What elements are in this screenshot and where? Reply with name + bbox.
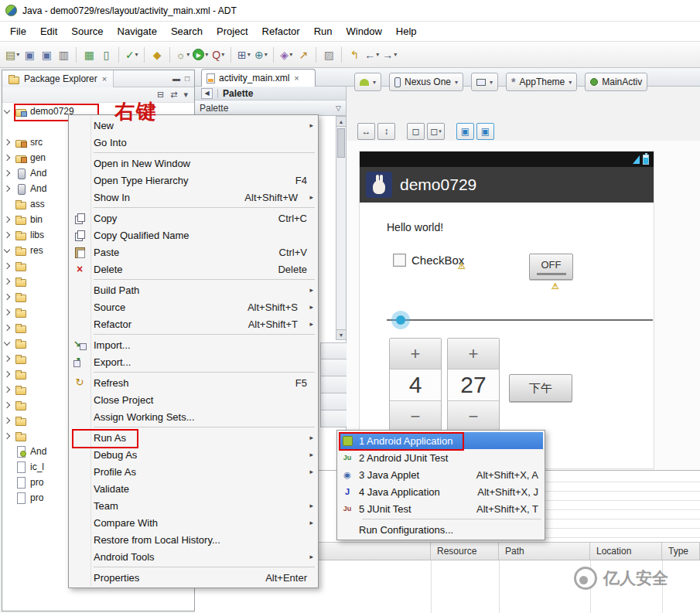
- minimize-icon[interactable]: ▬: [172, 74, 180, 83]
- column-header[interactable]: Resource: [431, 543, 499, 560]
- menu-item-close-project[interactable]: Close Project ▸: [70, 391, 316, 408]
- submenu-item-java-applet[interactable]: 3 Java Applet Alt+Shift+X, A: [339, 466, 543, 483]
- tree-chevron-icon[interactable]: [2, 403, 12, 407]
- checkbox-label[interactable]: CheckBox: [411, 254, 464, 267]
- tab-activity-main-xml[interactable]: activity_main.xml ×: [201, 69, 316, 87]
- close-icon[interactable]: ×: [101, 74, 108, 83]
- tree-chevron-icon[interactable]: [2, 342, 12, 345]
- menu-bar-item[interactable]: Help: [389, 22, 424, 40]
- activity-dropdown[interactable]: MainActiv: [585, 73, 647, 91]
- tree-chevron-icon[interactable]: [2, 186, 12, 191]
- tree-chevron-icon[interactable]: [2, 279, 12, 284]
- menu-item-open-type-hierarchy[interactable]: Open Type Hierarchy F4 ▸: [70, 172, 316, 189]
- forward-button[interactable]: → ▾: [381, 46, 398, 64]
- maximize-icon[interactable]: □: [185, 74, 190, 83]
- seekbar-thumb[interactable]: [391, 311, 410, 329]
- menu-item-restore-from-local-history[interactable]: Restore from Local History... ▸: [70, 531, 316, 548]
- checkbox-widget[interactable]: [393, 254, 406, 267]
- column-header[interactable]: Path: [499, 543, 590, 560]
- open-perspective-button[interactable]: ⊕ ▾: [252, 46, 269, 64]
- tree-chevron-icon[interactable]: [2, 356, 12, 361]
- tree-chevron-icon[interactable]: [2, 155, 12, 160]
- tree-chevron-icon[interactable]: [2, 295, 12, 299]
- menu-item-refresh[interactable]: Refresh F5 ▸: [70, 374, 316, 391]
- tree-chevron-icon[interactable]: [2, 233, 12, 237]
- menu-item-source[interactable]: Source Alt+Shift+S ▸: [70, 298, 316, 315]
- menu-bar-item[interactable]: Refactor: [255, 22, 307, 40]
- save-all-button[interactable]: ▣ ▾: [38, 46, 55, 64]
- tree-chevron-icon[interactable]: [2, 434, 12, 438]
- menu-item-copy[interactable]: Copy Ctrl+C ▸: [70, 209, 316, 226]
- menu-item-run-as[interactable]: Run As ▸: [70, 429, 316, 446]
- menu-item-paste[interactable]: Paste Ctrl+V ▸: [70, 243, 316, 261]
- view-menu-icon[interactable]: ▾: [183, 90, 188, 100]
- open-type-button[interactable]: ◈ ▾: [278, 46, 295, 64]
- run-button[interactable]: ▶ ▾: [191, 46, 210, 64]
- tree-chevron-icon[interactable]: [2, 387, 12, 392]
- picker-increment-button[interactable]: +: [390, 339, 441, 370]
- format-button[interactable]: ↗ ▾: [295, 46, 312, 64]
- verify-button[interactable]: ✓ ▾: [123, 46, 140, 64]
- submenu-item-android-application[interactable]: 1 Android Application: [339, 432, 543, 449]
- menu-item-import[interactable]: Import... ▸: [70, 336, 316, 353]
- picker-increment-button[interactable]: +: [448, 339, 499, 370]
- menu-item-team[interactable]: Team ▸: [70, 497, 316, 514]
- grid-toggle-button[interactable]: ◻ ▾: [407, 123, 425, 140]
- menu-bar-item[interactable]: Project: [210, 22, 254, 40]
- scroll-up-icon[interactable]: ▲: [336, 117, 346, 127]
- textview-hello-world[interactable]: Hello world!: [387, 221, 443, 233]
- ampm-button[interactable]: 下午: [509, 374, 572, 402]
- menu-item-copy-qualified-name[interactable]: Copy Qualified Name ▸: [70, 226, 316, 243]
- print-button[interactable]: ▥ ▾: [55, 46, 72, 64]
- picker-value[interactable]: 4: [390, 370, 441, 400]
- menu-item-debug-as[interactable]: Debug As ▸: [70, 446, 316, 463]
- new-java-project-button[interactable]: ⊞ ▾: [235, 46, 252, 64]
- zoom-fit-button[interactable]: ▣ ▾: [456, 123, 474, 140]
- save-button[interactable]: ▣ ▾: [21, 46, 38, 64]
- toggle-fill-height-button[interactable]: ↕ ▾: [377, 123, 395, 140]
- tree-chevron-icon[interactable]: [2, 310, 12, 315]
- column-header[interactable]: Type: [662, 543, 700, 560]
- collapse-palette-icon[interactable]: ◀: [201, 88, 213, 99]
- avd-manager-button[interactable]: ▯ ▾: [97, 46, 114, 64]
- tree-chevron-icon[interactable]: [2, 249, 12, 252]
- menu-item-go-into[interactable]: Go Into ▸: [70, 134, 316, 151]
- menu-item-build-path[interactable]: Build Path ▸: [70, 281, 316, 298]
- device-dropdown[interactable]: Nexus One ▾: [389, 73, 463, 91]
- tree-chevron-icon[interactable]: [2, 171, 12, 175]
- menu-bar-item[interactable]: Window: [340, 22, 389, 40]
- menu-item-compare-with[interactable]: Compare With ▸: [70, 514, 316, 531]
- tree-chevron-icon[interactable]: [2, 264, 12, 268]
- menu-item-delete[interactable]: Delete Delete ▸: [70, 261, 316, 278]
- menu-item-properties[interactable]: Properties Alt+Enter ▸: [70, 569, 316, 586]
- drawer-expand-icon[interactable]: ▽: [336, 104, 341, 112]
- external-tools-button[interactable]: Q ▾: [210, 46, 227, 64]
- menu-item-validate[interactable]: Validate ▸: [70, 480, 316, 497]
- menu-bar-item[interactable]: Navigate: [111, 22, 164, 40]
- menu-item-assign-working-sets[interactable]: Assign Working Sets... ▸: [70, 408, 316, 425]
- menu-item-show-in[interactable]: Show In Alt+Shift+W ▸: [70, 189, 316, 206]
- config-dropdown[interactable]: ▾: [354, 73, 381, 91]
- menu-bar-item[interactable]: Search: [164, 22, 210, 40]
- picker-decrement-button[interactable]: −: [390, 400, 441, 431]
- toggle-button-off[interactable]: OFF: [529, 254, 573, 280]
- submenu-item-android-junit-test[interactable]: 2 Android JUnit Test: [339, 449, 543, 466]
- tree-chevron-icon[interactable]: [2, 372, 12, 376]
- palette-drawer-header[interactable]: Palette ▽: [195, 100, 347, 116]
- tree-chevron-icon[interactable]: [2, 140, 12, 145]
- tree-chevron-icon[interactable]: [2, 325, 12, 330]
- scrollbar-thumb[interactable]: [337, 128, 345, 158]
- menu-bar-item[interactable]: File: [3, 22, 33, 40]
- menu-item-open-in-new-window[interactable]: Open in New Window ▸: [70, 155, 316, 172]
- back-button[interactable]: ← ▾: [363, 46, 381, 64]
- toggle-fill-width-button[interactable]: ↔ ▾: [357, 123, 375, 140]
- tree-chevron-icon[interactable]: [2, 217, 12, 222]
- menu-bar-item[interactable]: Edit: [33, 22, 64, 40]
- orientation-dropdown[interactable]: ▾: [471, 73, 498, 91]
- menu-item-profile-as[interactable]: Profile As ▸: [70, 463, 316, 480]
- menu-item-export[interactable]: Export... ▸: [70, 353, 316, 370]
- tree-chevron-icon[interactable]: [2, 418, 12, 423]
- submenu-item-junit-test[interactable]: 5 JUnit Test Alt+Shift+X, T: [339, 500, 543, 517]
- tree-chevron-icon[interactable]: [2, 110, 12, 113]
- collapse-all-icon[interactable]: ⊟: [157, 90, 164, 100]
